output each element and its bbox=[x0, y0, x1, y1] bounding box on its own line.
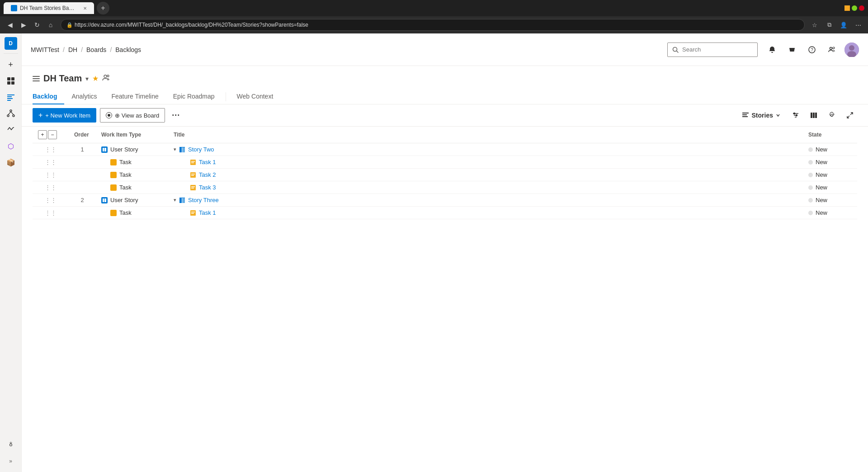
url-text: https://dev.azure.com/MWITTest/DH/_backl… bbox=[75, 22, 308, 28]
expand-all-button[interactable]: + bbox=[38, 130, 47, 139]
help-button[interactable]: ? bbox=[805, 42, 819, 57]
child-state-label: New bbox=[816, 159, 827, 165]
breadcrumb-boards[interactable]: Boards bbox=[86, 46, 106, 53]
sidebar-boards-home-icon[interactable] bbox=[4, 74, 18, 88]
child-type: Task bbox=[96, 181, 168, 194]
child-state-indicator bbox=[808, 160, 813, 165]
team-favorite-star-icon[interactable]: ★ bbox=[92, 74, 99, 83]
expand-view-button[interactable] bbox=[843, 108, 857, 123]
svg-rect-27 bbox=[742, 116, 748, 117]
svg-point-8 bbox=[10, 110, 12, 112]
user-profile-button[interactable]: 👤 bbox=[837, 19, 850, 31]
child-drag-handle[interactable]: ⋮⋮ bbox=[33, 207, 69, 219]
people-button[interactable] bbox=[825, 42, 839, 57]
row-state-cell: New bbox=[803, 194, 857, 207]
view-as-board-button[interactable]: ⊕ View as Board bbox=[100, 108, 165, 123]
search-input[interactable] bbox=[682, 46, 750, 53]
hamburger-menu-icon[interactable] bbox=[33, 76, 40, 81]
svg-rect-26 bbox=[742, 114, 747, 115]
user-avatar[interactable] bbox=[844, 42, 859, 57]
tab-analytics[interactable]: Analytics bbox=[64, 89, 104, 104]
child-title-text[interactable]: Task 1 bbox=[199, 209, 216, 216]
close-button[interactable] bbox=[859, 5, 864, 11]
row-drag-handle[interactable]: ⋮⋮ bbox=[33, 194, 69, 207]
svg-rect-53 bbox=[104, 198, 106, 202]
svg-line-12 bbox=[11, 112, 14, 115]
view-as-board-label: ⊕ View as Board bbox=[115, 112, 159, 119]
browser-tab[interactable]: DH Team Stories Backlog - Boar... ✕ bbox=[4, 2, 94, 14]
basket-button[interactable] bbox=[785, 42, 799, 57]
user-story-type-icon bbox=[101, 197, 108, 203]
task-icon bbox=[190, 210, 196, 216]
back-button[interactable]: ◀ bbox=[4, 19, 16, 31]
settings-button[interactable] bbox=[825, 108, 839, 123]
new-work-item-button[interactable]: + + New Work Item bbox=[33, 108, 96, 123]
search-box[interactable] bbox=[667, 42, 758, 57]
row-title-text[interactable]: Story Three bbox=[188, 197, 219, 203]
collapse-all-button[interactable]: − bbox=[48, 130, 57, 139]
state-label: New bbox=[816, 197, 827, 203]
row-type: User Story bbox=[96, 194, 168, 207]
more-options-button[interactable]: ··· bbox=[169, 108, 183, 123]
restore-button[interactable] bbox=[852, 5, 857, 11]
table-row: ⋮⋮ Task Task 2 bbox=[33, 169, 857, 181]
tab-feature-timeline[interactable]: Feature Timeline bbox=[104, 89, 166, 104]
address-bar[interactable]: 🔒 https://dev.azure.com/MWITTest/DH/_bac… bbox=[61, 19, 805, 31]
filter-options-button[interactable] bbox=[788, 108, 803, 123]
browser-chrome: DH Team Stories Backlog - Boar... ✕ + bbox=[0, 0, 868, 16]
tab-epic-roadmap[interactable]: Epic Roadmap bbox=[166, 89, 222, 104]
child-drag-handle[interactable]: ⋮⋮ bbox=[33, 156, 69, 169]
tab-close-icon[interactable]: ✕ bbox=[83, 6, 87, 11]
sidebar-expand-icon[interactable]: » bbox=[4, 454, 18, 468]
row-drag-handle[interactable]: ⋮⋮ bbox=[33, 143, 69, 156]
row-title-text[interactable]: Story Two bbox=[188, 146, 214, 153]
child-title-text[interactable]: Task 2 bbox=[199, 171, 216, 178]
breadcrumb-org[interactable]: MWITTest bbox=[31, 46, 59, 53]
expand-row-icon[interactable]: ▾ bbox=[174, 197, 176, 203]
svg-line-15 bbox=[677, 51, 679, 52]
browser-menu-button[interactable]: ⋯ bbox=[852, 19, 864, 31]
tab-backlog[interactable]: Backlog bbox=[33, 89, 64, 104]
header-actions: ? bbox=[765, 42, 859, 57]
row-order: 1 bbox=[69, 143, 96, 156]
sidebar-org-avatar[interactable]: D bbox=[5, 37, 17, 50]
stories-dropdown[interactable]: Stories bbox=[737, 109, 785, 122]
star-page-button[interactable]: ☆ bbox=[808, 19, 821, 31]
sidebar-pipelines-icon[interactable] bbox=[4, 123, 18, 137]
page-header: DH Team ▾ ★ bbox=[22, 66, 868, 84]
sidebar-repos-icon[interactable] bbox=[4, 106, 18, 121]
svg-rect-49 bbox=[190, 185, 196, 190]
column-options-button[interactable] bbox=[807, 108, 821, 123]
svg-point-23 bbox=[104, 75, 107, 78]
sidebar-settings-icon[interactable] bbox=[4, 438, 18, 452]
sidebar-artifacts-icon[interactable]: 📦 bbox=[4, 155, 18, 170]
svg-point-18 bbox=[830, 47, 832, 49]
state-label: New bbox=[816, 146, 827, 153]
team-members-icon[interactable] bbox=[102, 74, 110, 84]
breadcrumb-project[interactable]: DH bbox=[68, 46, 77, 53]
row-title-cell: ▾ Story Two bbox=[168, 143, 803, 156]
svg-rect-35 bbox=[815, 113, 817, 118]
child-order bbox=[69, 181, 96, 194]
home-button[interactable]: ⌂ bbox=[44, 19, 57, 31]
tab-web-context[interactable]: Web Context bbox=[230, 89, 281, 104]
story-icon bbox=[179, 197, 185, 203]
expand-row-icon[interactable]: ▾ bbox=[174, 146, 176, 152]
sidebar-testplans-icon[interactable]: ⬡ bbox=[4, 139, 18, 153]
child-drag-handle[interactable]: ⋮⋮ bbox=[33, 169, 69, 181]
svg-rect-56 bbox=[179, 198, 185, 198]
child-title-text[interactable]: Task 1 bbox=[199, 159, 216, 165]
forward-button[interactable]: ▶ bbox=[17, 19, 30, 31]
sidebar-work-items-icon[interactable] bbox=[4, 90, 18, 104]
refresh-button[interactable]: ↻ bbox=[31, 19, 43, 31]
breadcrumb-backlogs[interactable]: Backlogs bbox=[115, 46, 141, 53]
team-dropdown-chevron-icon[interactable]: ▾ bbox=[85, 75, 89, 82]
sidebar-add-icon[interactable]: + bbox=[4, 57, 18, 72]
child-drag-handle[interactable]: ⋮⋮ bbox=[33, 181, 69, 194]
extensions-button[interactable]: ⧉ bbox=[823, 19, 835, 31]
page-content: DH Team ▾ ★ Backlog Analytics Feature Ti… bbox=[22, 66, 868, 472]
minimize-button[interactable] bbox=[844, 5, 850, 11]
child-title-text[interactable]: Task 3 bbox=[199, 184, 216, 191]
notifications-button[interactable] bbox=[765, 42, 779, 57]
new-tab-button[interactable]: + bbox=[97, 2, 109, 14]
